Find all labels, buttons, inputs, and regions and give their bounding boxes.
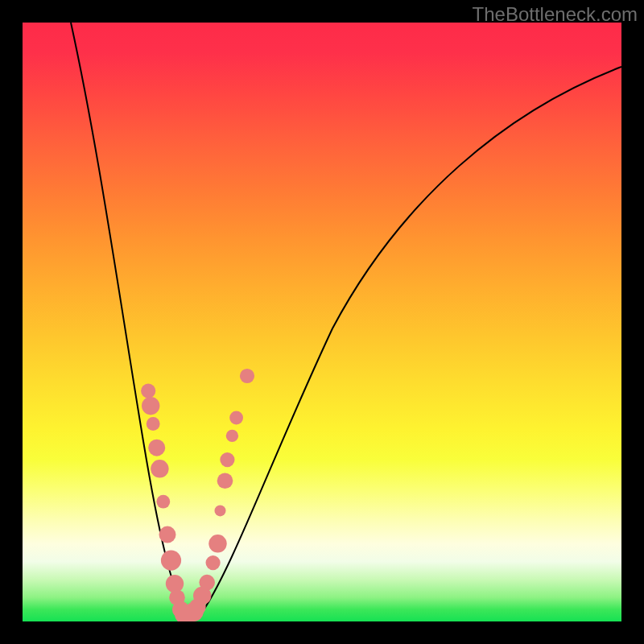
chart-container: TheBottleneck.com	[0, 0, 644, 644]
scatter-dot	[229, 411, 243, 425]
scatter-dot	[206, 555, 221, 570]
scatter-dot	[151, 460, 168, 477]
bottleneck-curve-svg	[23, 23, 621, 621]
scatter-dot	[217, 473, 233, 489]
scatter-dot	[240, 369, 254, 383]
scatter-dot	[220, 452, 234, 467]
watermark-text: TheBottleneck.com	[473, 3, 638, 26]
scatter-dot	[148, 440, 165, 456]
bottleneck-curve	[71, 23, 621, 618]
scatter-dot	[161, 551, 181, 571]
scatter-dot	[199, 575, 215, 591]
scatter-dot	[208, 535, 226, 552]
scatter-points	[141, 369, 254, 621]
plot-area	[23, 23, 621, 621]
scatter-dot	[215, 505, 226, 516]
scatter-dot	[156, 495, 170, 509]
scatter-dot	[142, 397, 159, 415]
scatter-dot	[159, 526, 176, 543]
scatter-dot	[147, 417, 160, 431]
scatter-dot	[226, 430, 238, 442]
scatter-dot	[141, 384, 155, 398]
